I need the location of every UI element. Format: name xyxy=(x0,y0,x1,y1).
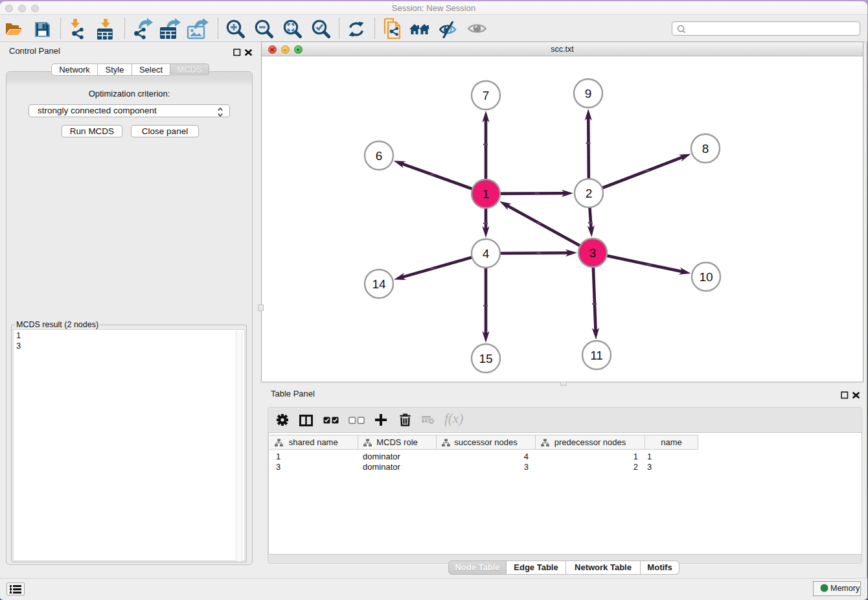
svg-text:9: 9 xyxy=(585,87,592,100)
svg-text:2: 2 xyxy=(586,187,593,200)
svg-text:3: 3 xyxy=(589,246,597,260)
svg-text:4: 4 xyxy=(483,247,490,260)
svg-text:15: 15 xyxy=(479,352,492,365)
svg-text:11: 11 xyxy=(590,349,603,362)
svg-text:6: 6 xyxy=(376,149,383,163)
svg-text:14: 14 xyxy=(372,277,386,291)
svg-text:7: 7 xyxy=(483,89,490,102)
svg-text:10: 10 xyxy=(699,270,713,284)
svg-text:8: 8 xyxy=(702,142,709,156)
svg-text:1: 1 xyxy=(483,187,490,201)
